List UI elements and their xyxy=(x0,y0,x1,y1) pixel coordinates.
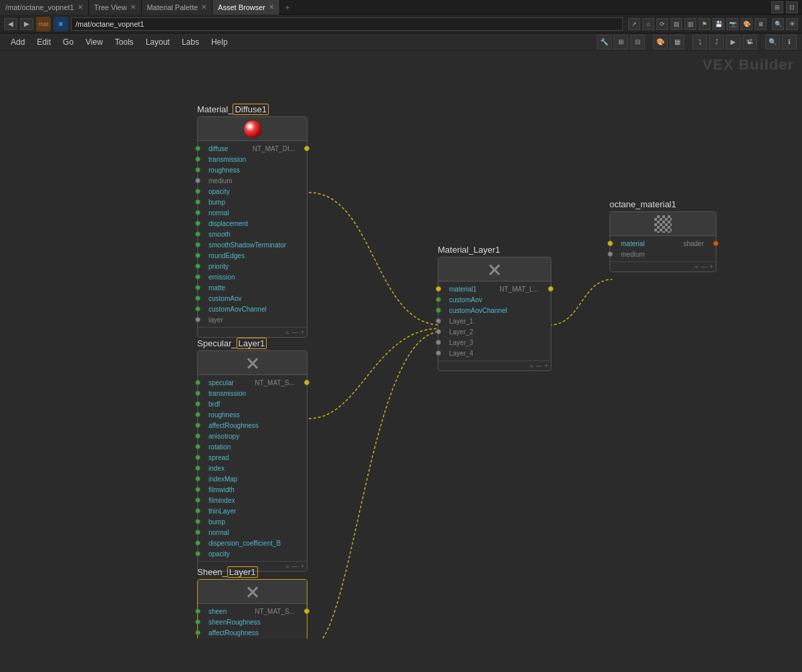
ml-footer-plus[interactable]: + xyxy=(545,362,548,369)
port-ml-customaov-left[interactable] xyxy=(436,297,441,302)
om-footer-minus[interactable]: — xyxy=(701,263,707,270)
port-om-shader-right[interactable] xyxy=(713,241,718,246)
search2-icon[interactable]: 🔍 xyxy=(765,35,780,49)
ml-footer-eq[interactable]: = xyxy=(529,362,533,369)
om-footer-plus[interactable]: + xyxy=(710,263,713,270)
port-layer3-left[interactable] xyxy=(436,340,441,345)
spec-footer-eq[interactable]: = xyxy=(285,563,289,570)
port-rotation-left[interactable] xyxy=(195,444,200,449)
port-layer1-left[interactable] xyxy=(436,318,441,324)
port-sheen-affectroughness-left[interactable] xyxy=(195,630,200,635)
search-icon[interactable]: 🔍 xyxy=(772,18,784,30)
port-om-medium-left[interactable] xyxy=(608,251,613,257)
port-smooth-left[interactable] xyxy=(195,231,200,237)
flipbook-icon[interactable]: 📽 xyxy=(743,35,757,49)
port-spec-opacity-left[interactable] xyxy=(195,551,200,556)
port-transmission-left[interactable] xyxy=(195,156,200,162)
wrench-icon[interactable]: 🔧 xyxy=(597,35,612,49)
menu-go[interactable]: Go xyxy=(57,36,79,48)
collapse-icon[interactable]: ⊡ xyxy=(786,1,798,13)
canvas-area[interactable]: VEX Builder Material_Diffuse1 diffuse NT… xyxy=(0,51,802,639)
import-icon[interactable]: ⤵ xyxy=(692,35,707,49)
port-dispersion-left[interactable] xyxy=(195,540,200,546)
port-roughness-left[interactable] xyxy=(195,167,200,173)
flag-icon[interactable]: ⚑ xyxy=(698,18,710,30)
sidebar-icon[interactable]: ▦ xyxy=(670,35,684,49)
port-ml-customaovchannel-left[interactable] xyxy=(436,308,441,313)
save-icon[interactable]: 💾 xyxy=(712,18,724,30)
tab-treeview-close[interactable]: ✕ xyxy=(130,3,136,11)
footer-minus[interactable]: — xyxy=(292,329,298,336)
port-spec-transmission-left[interactable] xyxy=(195,390,200,396)
port-medium-left[interactable] xyxy=(195,178,200,183)
port-filmindex-left[interactable] xyxy=(195,497,200,503)
spec-footer-plus[interactable]: + xyxy=(301,563,304,570)
color-icon[interactable]: 🎨 xyxy=(741,18,753,30)
sync-icon[interactable]: ⟳ xyxy=(656,18,668,30)
port-sheen-right[interactable] xyxy=(304,608,309,614)
port-anisotropy-left[interactable] xyxy=(195,433,200,439)
info-icon[interactable]: ℹ xyxy=(782,35,797,49)
port-spec-roughness-left[interactable] xyxy=(195,412,200,417)
export-icon[interactable]: ⤴ xyxy=(709,35,724,49)
port-specular-left[interactable] xyxy=(195,380,200,385)
port-thinlayer-left[interactable] xyxy=(195,508,200,514)
render-icon[interactable]: ▶ xyxy=(726,35,741,49)
port-om-material-left[interactable] xyxy=(608,241,613,246)
port-customaovchannel-left[interactable] xyxy=(195,306,200,312)
forward-button[interactable]: ▶ xyxy=(20,18,33,30)
port-bump-left[interactable] xyxy=(195,199,200,205)
port-index-left[interactable] xyxy=(195,465,200,471)
port-brdf-left[interactable] xyxy=(195,401,200,407)
menu-tools[interactable]: Tools xyxy=(110,36,139,48)
footer-eq[interactable]: = xyxy=(285,329,289,336)
menu-view[interactable]: View xyxy=(80,36,108,48)
port-priority-left[interactable] xyxy=(195,263,200,269)
port-smoothshadow-left[interactable] xyxy=(195,242,200,247)
port-filmwidth-left[interactable] xyxy=(195,487,200,492)
port-diffuse-left[interactable] xyxy=(195,146,200,151)
menu-labs[interactable]: Labs xyxy=(176,36,205,48)
port-matte-left[interactable] xyxy=(195,285,200,290)
port-diffuse-right[interactable] xyxy=(304,146,309,151)
port-roundedges-left[interactable] xyxy=(195,253,200,258)
port-layer2-left[interactable] xyxy=(436,329,441,334)
menu-edit[interactable]: Edit xyxy=(31,36,56,48)
port-layer-left[interactable] xyxy=(195,317,200,322)
tab-materialpalette-close[interactable]: ✕ xyxy=(201,3,207,11)
port-normal-left[interactable] xyxy=(195,210,200,215)
network-icon[interactable]: ⊞ xyxy=(614,35,628,49)
om-footer-eq[interactable]: = xyxy=(694,263,698,270)
port-sheen-left[interactable] xyxy=(195,608,200,614)
color-palette-icon[interactable]: 🎨 xyxy=(653,35,668,49)
ml-footer-minus[interactable]: — xyxy=(536,362,542,369)
port-customaov-left[interactable] xyxy=(195,296,200,301)
eye-icon[interactable]: 👁 xyxy=(786,18,798,30)
port-spec-bump-left[interactable] xyxy=(195,519,200,524)
port-displacement-left[interactable] xyxy=(195,221,200,226)
port-material1-right[interactable] xyxy=(548,286,553,292)
menu-layout[interactable]: Layout xyxy=(140,36,175,48)
port-layer4-left[interactable] xyxy=(436,350,441,356)
tab-add-button[interactable]: + xyxy=(280,3,295,11)
port-opacity-left[interactable] xyxy=(195,189,200,194)
tab-assetbrowser-close[interactable]: ✕ xyxy=(269,3,274,11)
pin-icon[interactable]: ↗ xyxy=(628,18,640,30)
layout-icon[interactable]: ▥ xyxy=(684,18,696,30)
port-affectroughness-left[interactable] xyxy=(195,423,200,428)
tab-materialpalette[interactable]: Material Palette ✕ xyxy=(142,0,213,15)
display-icon[interactable]: 🖥 xyxy=(755,18,767,30)
path-input[interactable] xyxy=(71,17,623,31)
grid2-icon[interactable]: ⊟ xyxy=(630,35,645,49)
footer-plus[interactable]: + xyxy=(301,329,304,336)
spec-footer-minus[interactable]: — xyxy=(292,563,298,570)
grid-icon[interactable]: ▤ xyxy=(670,18,682,30)
tab-assetbrowser[interactable]: Asset Browser ✕ xyxy=(213,0,280,15)
port-material1-left[interactable] xyxy=(436,286,441,292)
tab-vopnet-close[interactable]: ✕ xyxy=(78,3,83,11)
port-spec-normal-left[interactable] xyxy=(195,530,200,535)
back-button[interactable]: ◀ xyxy=(4,18,17,30)
tab-treeview[interactable]: Tree View ✕ xyxy=(89,0,142,15)
network-view-icon[interactable]: ⊞ xyxy=(771,1,783,13)
home-icon[interactable]: ⌂ xyxy=(642,18,654,30)
